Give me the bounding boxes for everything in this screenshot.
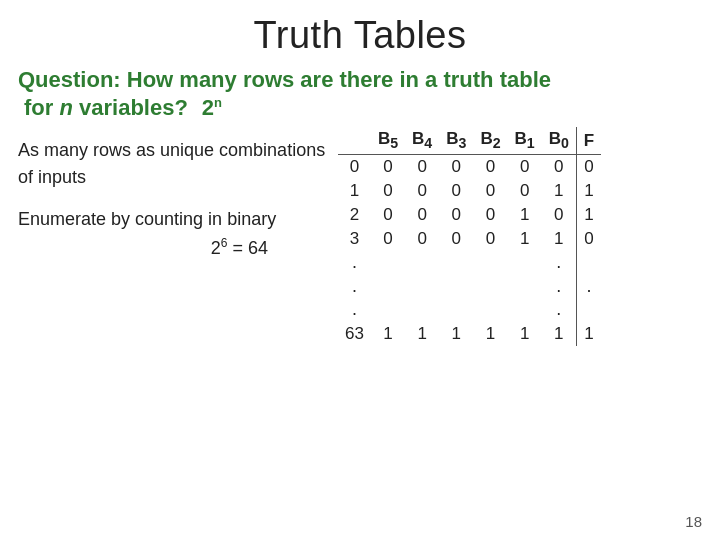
col-header-b0: B0 <box>542 127 577 154</box>
bit-cell: 0 <box>473 203 507 227</box>
bit-cell: 0 <box>405 179 439 203</box>
bit-cell: 0 <box>405 203 439 227</box>
bit-cell: 0 <box>542 203 577 227</box>
dots-bit <box>439 251 473 275</box>
dots-bit <box>371 298 405 322</box>
bit-cell: 0 <box>405 227 439 251</box>
table-header-row: B5 B4 B3 B2 B1 B0 F <box>338 127 601 154</box>
page-number: 18 <box>685 513 702 530</box>
table-row: 20000101 <box>338 203 601 227</box>
as-many-text: As many rows as unique combinations of i… <box>18 137 328 191</box>
dots-num: . <box>338 298 371 322</box>
page-title: Truth Tables <box>0 0 720 67</box>
bit-cell: 1 <box>508 227 542 251</box>
bit-cell: 0 <box>439 179 473 203</box>
question-for-text: for n variables? <box>24 95 188 121</box>
bit-cell: 0 <box>371 203 405 227</box>
bit-cell: 0 <box>439 203 473 227</box>
table-row: 30000110 <box>338 227 601 251</box>
dots-bit <box>508 275 542 299</box>
col-header-b4: B4 <box>405 127 439 154</box>
dots-bit <box>508 251 542 275</box>
dots-bit <box>508 298 542 322</box>
last-bit-cell: 1 <box>508 322 542 346</box>
col-header-b5: B5 <box>371 127 405 154</box>
dots-bit <box>473 275 507 299</box>
dots-bit-last: . <box>542 251 577 275</box>
dots-num: . <box>338 275 371 299</box>
bit-cell: 0 <box>371 179 405 203</box>
two-n-expression: 2n <box>202 95 222 121</box>
dots-bit <box>371 275 405 299</box>
dots-row: .. <box>338 251 601 275</box>
main-content: As many rows as unique combinations of i… <box>0 123 720 346</box>
dots-f: . <box>576 275 601 299</box>
col-header-f: F <box>576 127 601 154</box>
dots-bit <box>405 298 439 322</box>
last-bit-cell: 1 <box>542 322 577 346</box>
n-exponent: n <box>214 95 222 110</box>
bit-cell: 1 <box>542 227 577 251</box>
bit-cell: 1 <box>508 203 542 227</box>
col-header-b2: B2 <box>473 127 507 154</box>
bit-cell: 1 <box>542 179 577 203</box>
dots-bit <box>439 275 473 299</box>
formula-base: 2 <box>211 238 221 258</box>
dots-bit-last: . <box>542 275 577 299</box>
table-row: 00000000 <box>338 154 601 179</box>
dots-bit <box>371 251 405 275</box>
bit-cell: 0 <box>439 227 473 251</box>
bit-cell: 0 <box>473 227 507 251</box>
dots-f <box>576 251 601 275</box>
row-number: 3 <box>338 227 371 251</box>
dots-row: .. <box>338 298 601 322</box>
dots-bit <box>473 298 507 322</box>
f-cell: 1 <box>576 203 601 227</box>
row-number: 1 <box>338 179 371 203</box>
bit-cell: 0 <box>371 154 405 179</box>
col-header-b3: B3 <box>439 127 473 154</box>
right-panel: B5 B4 B3 B2 B1 B0 F 00000000100000112000… <box>328 127 720 346</box>
formula-result: = 64 <box>232 238 268 258</box>
table-body: 00000000100000112000010130000110.......6… <box>338 154 601 346</box>
bit-cell: 0 <box>508 154 542 179</box>
last-f-cell: 1 <box>576 322 601 346</box>
dots-bit <box>405 275 439 299</box>
question-text-line1: Question: How many rows are there in a t… <box>18 67 551 93</box>
table-row: 10000011 <box>338 179 601 203</box>
dots-bit-last: . <box>542 298 577 322</box>
dots-bit <box>439 298 473 322</box>
last-row-number: 63 <box>338 322 371 346</box>
bit-cell: 0 <box>473 179 507 203</box>
bit-cell: 0 <box>473 154 507 179</box>
as-many-line1: As many rows as unique combinations <box>18 140 325 160</box>
last-bit-cell: 1 <box>439 322 473 346</box>
bit-cell: 0 <box>371 227 405 251</box>
left-panel: As many rows as unique combinations of i… <box>18 127 328 346</box>
dots-bit <box>405 251 439 275</box>
dots-row: ... <box>338 275 601 299</box>
last-bit-cell: 1 <box>473 322 507 346</box>
dots-num: . <box>338 251 371 275</box>
truth-table: B5 B4 B3 B2 B1 B0 F 00000000100000112000… <box>338 127 601 346</box>
enumerate-text: Enumerate by counting in binary <box>18 209 328 230</box>
row-number: 2 <box>338 203 371 227</box>
col-header-rownum <box>338 127 371 154</box>
row-number: 0 <box>338 154 371 179</box>
f-cell: 0 <box>576 154 601 179</box>
question-line2: for n variables? 2n <box>0 95 720 121</box>
bit-cell: 0 <box>439 154 473 179</box>
formula-exp: 6 <box>221 236 228 250</box>
table-row-last: 631111111 <box>338 322 601 346</box>
formula-text: 26 = 64 <box>18 236 328 259</box>
f-cell: 1 <box>576 179 601 203</box>
dots-f <box>576 298 601 322</box>
last-bit-cell: 1 <box>405 322 439 346</box>
as-many-line2: of inputs <box>18 167 86 187</box>
dots-bit <box>473 251 507 275</box>
bit-cell: 0 <box>405 154 439 179</box>
bit-cell: 0 <box>542 154 577 179</box>
last-bit-cell: 1 <box>371 322 405 346</box>
bit-cell: 0 <box>508 179 542 203</box>
col-header-b1: B1 <box>508 127 542 154</box>
